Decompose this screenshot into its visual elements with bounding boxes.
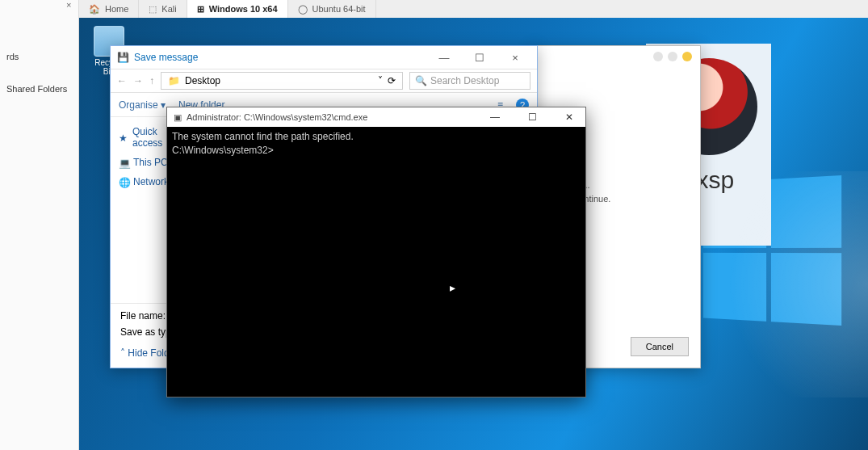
tab-label: Ubuntu 64-bit bbox=[312, 4, 366, 14]
vm-tab-bar: 🏠 Home ⬚ Kali ⊞ Windows 10 x64 ◯ Ubuntu … bbox=[79, 0, 868, 18]
tab-label: Home bbox=[105, 4, 128, 14]
guest-desktop[interactable]: Recycle Bin 0xsp × SETUP is loading... P… bbox=[79, 18, 868, 450]
terminal-output[interactable]: The system cannot find the path specifie… bbox=[167, 127, 585, 397]
windows-icon: ⊞ bbox=[197, 4, 204, 15]
nav-back-button[interactable]: ← bbox=[117, 75, 127, 86]
nav-up-button[interactable]: ↑ bbox=[149, 75, 154, 86]
window-title: Save message bbox=[134, 52, 198, 63]
minimize-button[interactable]: — bbox=[429, 52, 459, 64]
star-icon: ★ bbox=[119, 132, 128, 142]
cmd-title: Administrator: C:\Windows\system32\cmd.e… bbox=[187, 112, 367, 122]
network-icon: 🌐 bbox=[119, 177, 128, 187]
host-panel-close[interactable]: × bbox=[66, 0, 71, 10]
maximize-button[interactable]: ☐ bbox=[464, 52, 495, 64]
search-placeholder: Search Desktop bbox=[430, 75, 499, 86]
close-button[interactable]: ✕ bbox=[553, 111, 585, 123]
pc-icon: 💻 bbox=[119, 158, 128, 167]
cmd-icon: ▣ bbox=[174, 112, 182, 123]
search-icon: 🔍 bbox=[415, 75, 427, 86]
mouse-cursor-icon: ▸ bbox=[450, 280, 455, 296]
tab-windows10[interactable]: ⊞ Windows 10 x64 bbox=[187, 0, 288, 18]
path-dropdown[interactable]: ˅ bbox=[378, 75, 383, 86]
tab-kali[interactable]: ⬚ Kali bbox=[139, 0, 187, 18]
host-item[interactable]: rds bbox=[0, 48, 78, 65]
cmd-window[interactable]: ▣ Administrator: C:\Windows\system32\cmd… bbox=[166, 107, 586, 397]
refresh-button[interactable]: ⟳ bbox=[388, 75, 396, 86]
address-bar[interactable]: 📁 Desktop ˅ ⟳ bbox=[161, 72, 403, 90]
terminal-prompt: C:\Windows\system32> bbox=[172, 144, 581, 158]
close-button[interactable]: × bbox=[500, 52, 530, 64]
tab-label: Kali bbox=[161, 4, 176, 14]
app-icon: 💾 bbox=[117, 52, 129, 63]
cmd-titlebar[interactable]: ▣ Administrator: C:\Windows\system32\cmd… bbox=[167, 107, 585, 127]
vm-icon: ⬚ bbox=[149, 4, 157, 15]
home-icon: 🏠 bbox=[89, 4, 100, 15]
cancel-button[interactable]: Cancel bbox=[631, 337, 689, 356]
filename-label: File name: bbox=[120, 310, 166, 322]
host-item[interactable]: Shared Folders bbox=[0, 81, 78, 97]
tab-ubuntu[interactable]: ◯ Ubuntu 64-bit bbox=[288, 0, 376, 18]
minimize-button[interactable]: — bbox=[479, 111, 511, 123]
current-path: Desktop bbox=[185, 75, 220, 86]
indicator-dots bbox=[653, 52, 692, 61]
save-dialog-titlebar[interactable]: 💾 Save message — ☐ × bbox=[111, 46, 537, 69]
folder-icon: 📁 bbox=[168, 75, 180, 86]
tab-label: Windows 10 x64 bbox=[209, 4, 278, 14]
ubuntu-icon: ◯ bbox=[298, 4, 308, 15]
nav-forward-button[interactable]: → bbox=[133, 75, 143, 86]
oxsp-text: 0xsp bbox=[646, 166, 771, 194]
terminal-line: The system cannot find the path specifie… bbox=[172, 130, 581, 144]
host-side-panel: × rds Shared Folders bbox=[0, 0, 79, 450]
tab-home[interactable]: 🏠 Home bbox=[79, 0, 139, 18]
organise-menu[interactable]: Organise ▾ bbox=[119, 99, 166, 111]
windows-logo-wallpaper bbox=[703, 175, 841, 326]
search-box[interactable]: 🔍 Search Desktop bbox=[409, 72, 530, 90]
maximize-button[interactable]: ☐ bbox=[516, 111, 548, 123]
